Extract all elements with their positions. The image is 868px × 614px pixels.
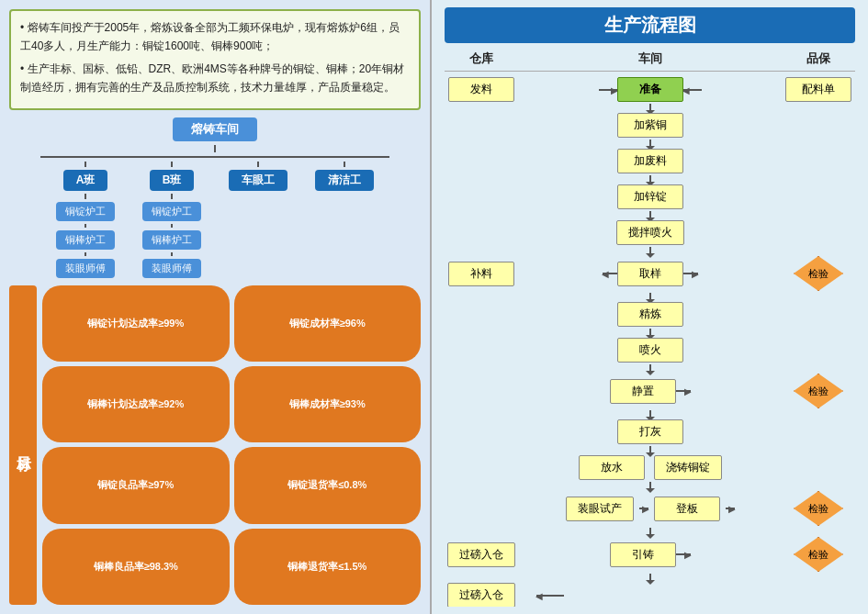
org-group-a: A班 铜锭炉工 铜棒炉工 装眼师傅	[56, 162, 115, 278]
target-item-7: 铜棒退货率≤1.5%	[234, 529, 422, 605]
org-subs-a: 铜锭炉工 铜棒炉工 装眼师傅	[56, 202, 115, 278]
fc-box-jiazitong: 加紫铜	[617, 113, 683, 138]
fc-row-jingzhi: 静置 ▶ 检验	[445, 374, 855, 408]
fc-diamond-jianyan1: 检验	[794, 256, 843, 291]
org-connector-top	[214, 145, 216, 152]
fc-cell-faliao: 发料	[445, 77, 518, 102]
target-item-6: 铜棒良品率≥98.3%	[42, 529, 230, 605]
org-sub-a2: 铜棒炉工	[56, 230, 115, 250]
fc-diamond-jianyan2: 检验	[794, 374, 843, 408]
left-panel: • 熔铸车间投产于2005年，熔炼设备全部为工频环保电炉，现有熔炼炉6组，员工4…	[0, 0, 432, 614]
col-hdr-cangku: 仓库	[445, 50, 518, 67]
org-sub-b2: 铜棒炉工	[142, 230, 201, 250]
right-panel: 生产流程图 仓库 车间 品保 发料 ▶ 准备 ◀ 配料	[432, 0, 868, 614]
fc-row-zhuangyan: 装眼试产 ▶ 登板 ▶ 检验	[445, 491, 855, 526]
fc-box-penhuo: 喷火	[617, 338, 683, 363]
intro-line2: • 生产非标、国标、低铅、DZR、欧洲4MS等各种牌号的铜锭、铜棒；20年铜材制…	[20, 60, 410, 97]
org-header-qingjie: 清洁工	[315, 170, 374, 191]
org-header-a: A班	[63, 170, 108, 191]
fc-row-guobang1: 过磅入仓 引铸 ▶ 检验	[445, 537, 855, 572]
fc-row-jiaoban: 搅拌喷火	[445, 220, 855, 245]
fc-cell-peiliao: 配料单	[782, 77, 855, 102]
fc-row-penhuo: 喷火	[445, 338, 855, 363]
fc-box-faliao: 发料	[448, 77, 514, 102]
target-item-1: 铜锭成材率≥96%	[234, 285, 422, 362]
org-sub-b1: 铜锭炉工	[142, 202, 201, 221]
org-header-b: B班	[150, 170, 195, 191]
fc-box-jiaoban: 搅拌喷火	[616, 220, 684, 245]
fc-diamond-jianyan4: 检验	[794, 537, 843, 572]
target-item-3: 铜棒成材率≥93%	[234, 366, 422, 442]
target-item-4: 铜锭良品率≥97%	[42, 447, 230, 523]
org-branch-row: A班 铜锭炉工 铜棒炉工 装眼师傅 B班 铜锭炉工 铜棒炉工	[9, 162, 421, 278]
fc-box-zhunbei: 准备	[617, 77, 683, 102]
fc-row-fangshu: 放水 浇铸铜锭	[445, 455, 855, 480]
fc-box-buliao: 补料	[448, 262, 514, 286]
org-header-cheyan: 车眼工	[229, 170, 287, 191]
org-sub-a3: 装眼师傅	[56, 259, 115, 278]
fc-box-jiaozhu: 浇铸铜锭	[654, 455, 722, 480]
fc-cell-zhunbei: ▶ 准备 ◀	[518, 77, 782, 102]
org-group-cheyan: 车眼工	[229, 162, 287, 278]
arrow-after-zhunbei	[445, 104, 855, 111]
target-item-2: 铜棒计划达成率≥92%	[42, 366, 230, 442]
fc-box-dahui: 打灰	[617, 419, 683, 444]
fc-row-jiaxinding: 加锌锭	[445, 184, 855, 209]
col-hdr-pinbao: 品保	[782, 50, 855, 67]
fc-box-jiafeiliao: 加废料	[617, 149, 683, 173]
fc-row-guobang2: 过磅入仓 ◀	[445, 583, 855, 607]
fc-box-jingzhi: 静置	[610, 379, 676, 404]
flow-wrapper: 发料 ▶ 准备 ◀ 配料单	[445, 75, 855, 607]
org-subs-b: 铜锭炉工 铜棒炉工 装眼师傅	[142, 202, 201, 278]
fc-box-quyang: 取样	[617, 262, 683, 286]
org-h-line	[40, 156, 389, 158]
fc-box-fangshu: 放水	[579, 455, 645, 480]
target-label: 目标	[9, 285, 37, 605]
fc-box-guobang1: 过磅入仓	[447, 542, 515, 567]
org-sub-b3: 装眼师傅	[142, 259, 201, 278]
col-hdr-chejian: 车间	[518, 50, 782, 67]
flowchart-title: 生产流程图	[445, 7, 855, 43]
fc-box-dengban: 登板	[654, 497, 720, 521]
target-item-5: 铜锭退货率≤0.8%	[234, 447, 422, 523]
fc-box-guobang2: 过磅入仓	[447, 583, 515, 607]
org-group-qingjie: 清洁工	[315, 162, 374, 278]
intro-line1: • 熔铸车间投产于2005年，熔炼设备全部为工频环保电炉，现有熔炼炉6组，员工4…	[20, 18, 410, 56]
fc-row-jinglian: 精炼	[445, 302, 855, 327]
fc-row-1: 发料 ▶ 准备 ◀ 配料单	[445, 77, 855, 102]
org-chart: 熔铸车间 A班 铜锭炉工 铜棒炉工 装眼师傅 B班	[9, 117, 421, 278]
fc-diamond-jianyan3: 检验	[794, 491, 843, 526]
org-top: 熔铸车间	[173, 117, 257, 141]
fc-box-jinglian: 精炼	[617, 302, 683, 327]
fc-row-jiafeiliao: 加废料	[445, 149, 855, 173]
fc-row-jiazitong: 加紫铜	[445, 113, 855, 138]
org-group-b: B班 铜锭炉工 铜棒炉工 装眼师傅	[142, 162, 201, 278]
targets-section: 目标 铜锭计划达成率≥99% 铜锭成材率≥96% 铜棒计划达成率≥92% 铜棒成…	[9, 285, 421, 605]
fc-row-dahui: 打灰	[445, 419, 855, 444]
fc-box-peiliao: 配料单	[785, 77, 851, 102]
org-sub-a1: 铜锭炉工	[56, 202, 115, 221]
intro-box: • 熔铸车间投产于2005年，熔炼设备全部为工频环保电炉，现有熔炼炉6组，员工4…	[9, 9, 421, 110]
col-headers: 仓库 车间 品保	[445, 50, 855, 72]
fc-box-yinzhu: 引铸	[610, 542, 676, 567]
target-item-0: 铜锭计划达成率≥99%	[42, 285, 230, 362]
target-grid: 铜锭计划达成率≥99% 铜锭成材率≥96% 铜棒计划达成率≥92% 铜棒成材率≥…	[42, 285, 421, 605]
fc-box-zhuangyan: 装眼试产	[566, 497, 634, 521]
fc-row-quyang: 补料 ◀ 取样 ▶ 检验	[445, 256, 855, 291]
fc-box-jiaxinding: 加锌锭	[617, 184, 683, 209]
